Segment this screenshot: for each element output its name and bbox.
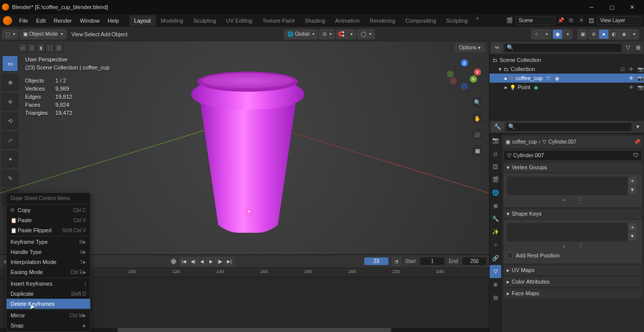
prop-tab-render[interactable]: 📷 bbox=[490, 134, 501, 147]
menu-help[interactable]: Help bbox=[104, 14, 123, 27]
eye-icon[interactable]: 👁 bbox=[628, 67, 635, 72]
ctx-interpolation-mode[interactable]: Interpolation Mode T ▶ bbox=[7, 257, 90, 267]
prop-tab-output[interactable]: 🖨 bbox=[490, 147, 501, 160]
outliner-tree[interactable]: 🗀 Scene Collection ▾ 🗀 Collection ☑ 👁 📷 … bbox=[490, 54, 644, 120]
camera-icon[interactable]: 📷 bbox=[637, 76, 644, 81]
tab-uv-editing[interactable]: UV Editing bbox=[221, 15, 257, 26]
gizmo-visibility-toggle[interactable]: ⊹ bbox=[531, 29, 541, 39]
object-menu[interactable]: Object bbox=[112, 29, 128, 39]
eye-icon[interactable]: 👁 bbox=[628, 76, 635, 81]
shading-solid[interactable]: ● bbox=[599, 29, 609, 39]
vertex-groups-list[interactable]: + ▾ bbox=[507, 176, 628, 195]
tab-shading[interactable]: Shading bbox=[300, 15, 330, 26]
add-button[interactable]: + bbox=[628, 223, 636, 231]
axis-z-icon[interactable]: Z bbox=[461, 59, 468, 67]
panel-face-maps-header[interactable]: ▸Face Maps bbox=[504, 289, 642, 298]
prop-tab-constraints[interactable]: 🔗 bbox=[490, 252, 501, 265]
overlay-toggle[interactable]: ◉ bbox=[552, 29, 562, 39]
prop-tab-texture[interactable]: ▦ bbox=[490, 291, 501, 304]
snap-type-dropdown[interactable]: ▾ bbox=[346, 29, 356, 39]
copy-scene-icon[interactable]: ⧉ bbox=[567, 16, 576, 25]
mesh-name-field[interactable]: ▽ Cylinder.007 🛡 bbox=[504, 150, 642, 161]
ctx-easing-mode[interactable]: Easing Mode Ctrl E ▶ bbox=[7, 267, 90, 277]
drag-handle-icon[interactable]: ▸ ⠿ bbox=[507, 242, 639, 250]
cursor-tool[interactable]: ✥ bbox=[2, 75, 18, 91]
overlay-dropdown[interactable]: ▾ bbox=[562, 29, 573, 39]
orientation-dropdown[interactable]: 🌐 Global bbox=[284, 29, 318, 39]
prop-tab-modifiers[interactable]: 🔧 bbox=[490, 213, 501, 226]
context-menu[interactable]: Dope Sheet Context Menu ⧉ Copy Ctrl C 📋 … bbox=[6, 192, 91, 332]
snap-toggle[interactable]: 🧲 bbox=[336, 29, 346, 39]
tab-sculpting[interactable]: Sculpting bbox=[188, 15, 221, 26]
new-collection-icon[interactable]: ⊞ bbox=[634, 44, 642, 51]
add-menu[interactable]: Add bbox=[101, 29, 111, 39]
ctx-paste[interactable]: 📋 Paste Ctrl V bbox=[7, 215, 90, 225]
prop-tab-material[interactable]: ◉ bbox=[490, 278, 501, 291]
dropdown-button[interactable]: ▾ bbox=[628, 232, 636, 240]
outliner-scene-collection[interactable]: 🗀 Scene Collection bbox=[490, 55, 644, 64]
camera-icon[interactable]: 📷 bbox=[637, 85, 644, 90]
minimize-button[interactable]: ─ bbox=[582, 0, 602, 14]
shading-material[interactable]: ◐ bbox=[609, 29, 619, 39]
current-frame-field[interactable]: 23 bbox=[364, 257, 389, 265]
view-menu[interactable]: View bbox=[71, 29, 84, 39]
ctx-duplicate[interactable]: Duplicate Shift D bbox=[7, 289, 90, 299]
proportional-edit-dropdown[interactable]: ◯ bbox=[357, 29, 375, 39]
fake-user-icon[interactable]: 🛡 bbox=[633, 152, 638, 158]
pan-icon[interactable]: ✋ bbox=[472, 113, 483, 124]
outliner-item-coffee-cup[interactable]: ▸ ▽ coffee_cup ▽ ◉ 👁 📷 bbox=[490, 74, 644, 83]
menu-window[interactable]: Window bbox=[76, 14, 104, 27]
select-mode-button[interactable]: ⊡ bbox=[54, 43, 63, 52]
prop-tab-mesh-data[interactable]: ▽ bbox=[490, 265, 501, 278]
keyframe-next-button[interactable]: |▶ bbox=[216, 257, 225, 266]
ctx-copy[interactable]: ⧉ Copy Ctrl C bbox=[7, 205, 90, 215]
zoom-icon[interactable]: 🔍 bbox=[472, 97, 483, 108]
play-button[interactable]: ▶ bbox=[207, 257, 216, 266]
axis-neg-y-icon[interactable] bbox=[447, 71, 454, 78]
panel-color-attributes-header[interactable]: ▸Color Attributes bbox=[504, 277, 642, 287]
scene-browse-icon[interactable]: 🎬 bbox=[505, 16, 514, 25]
prop-tab-object[interactable]: ▣ bbox=[490, 200, 501, 213]
scene-name-field[interactable]: Scene bbox=[515, 16, 555, 25]
add-workspace-button[interactable]: + bbox=[473, 15, 482, 26]
selected-object-mesh[interactable] bbox=[191, 69, 304, 235]
end-frame-field[interactable]: 250 bbox=[462, 257, 487, 265]
move-tool[interactable]: ✢ bbox=[2, 94, 18, 110]
crumb-data[interactable]: Cylinder.007 bbox=[548, 139, 577, 145]
ctx-paste-flipped[interactable]: 📋 Paste Flipped Shift Ctrl V bbox=[7, 225, 90, 235]
filter-icon[interactable]: ▽ bbox=[624, 44, 632, 51]
mode-dropdown[interactable]: ▣ Object Mode bbox=[20, 29, 66, 39]
close-button[interactable]: ✕ bbox=[622, 0, 642, 14]
dropdown-button[interactable]: ▾ bbox=[628, 186, 636, 194]
checkbox-icon[interactable]: ☑ bbox=[619, 67, 626, 72]
tab-modeling[interactable]: Modeling bbox=[156, 15, 189, 26]
select-tool[interactable]: ▭ bbox=[2, 55, 18, 72]
add-rest-position-checkbox[interactable] bbox=[507, 252, 513, 258]
outliner-type-dropdown[interactable]: ≔ bbox=[492, 43, 502, 52]
rotate-tool[interactable]: ⟲ bbox=[2, 113, 18, 129]
jump-start-button[interactable]: |◀ bbox=[180, 257, 189, 266]
pin-icon[interactable]: 📌 bbox=[556, 16, 566, 25]
ctx-insert-keyframes[interactable]: Insert Keyframes I bbox=[7, 279, 90, 289]
transform-tool[interactable]: ✦ bbox=[2, 151, 18, 167]
outliner-item-point[interactable]: ▸ 💡 Point ◉ 👁 📷 bbox=[490, 83, 644, 92]
axis-x-icon[interactable]: X bbox=[474, 69, 481, 76]
axis-neg-x-icon[interactable] bbox=[450, 78, 457, 85]
ctx-keyframe-type[interactable]: Keyframe Type R ▶ bbox=[7, 237, 90, 247]
tab-layout[interactable]: Layout bbox=[129, 15, 156, 26]
viewport-options-dropdown[interactable]: Options ▾ bbox=[455, 43, 485, 52]
menu-edit[interactable]: Edit bbox=[32, 14, 50, 27]
prop-tab-viewlayer[interactable]: 🖼 bbox=[490, 160, 501, 173]
ctx-delete-keyframes[interactable]: Delete Keyframes bbox=[7, 299, 90, 309]
add-button[interactable]: + bbox=[628, 177, 636, 185]
annotate-tool[interactable]: ✎ bbox=[2, 170, 18, 186]
panel-shape-keys-header[interactable]: ▾Shape Keys bbox=[504, 209, 642, 219]
keyframe-prev-button[interactable]: ◀| bbox=[189, 257, 198, 266]
menu-render[interactable]: Render bbox=[50, 14, 76, 27]
light-data-icon[interactable]: ◉ bbox=[532, 85, 539, 90]
select-mode-button[interactable]: ▮ bbox=[36, 43, 45, 52]
prop-tab-particles[interactable]: ✨ bbox=[490, 226, 501, 239]
drag-handle-icon[interactable]: ▸ ⠿ bbox=[507, 195, 639, 204]
delete-scene-icon[interactable]: ✕ bbox=[577, 16, 586, 25]
gizmo-dropdown[interactable]: ▾ bbox=[541, 29, 551, 39]
